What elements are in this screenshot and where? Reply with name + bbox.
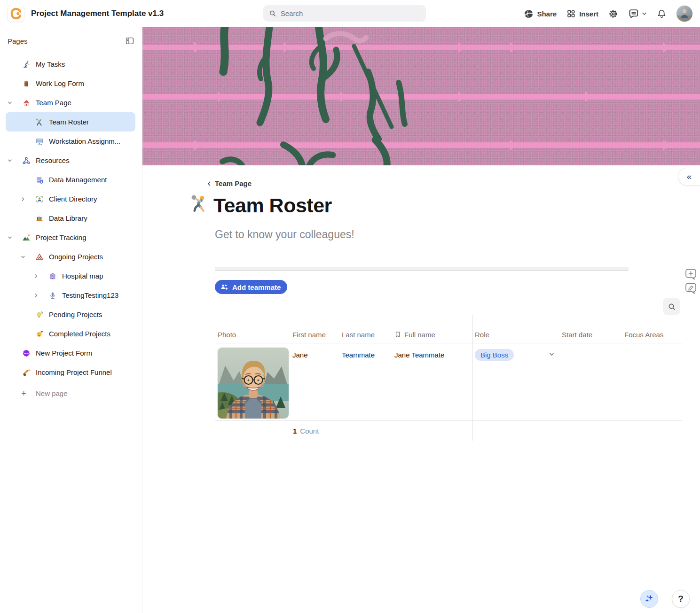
ai-assistant-button[interactable] [640, 590, 658, 608]
lane-arrow [194, 140, 201, 150]
sidebar-item-label: Hospital map [62, 272, 103, 280]
cell-full-name[interactable]: Jane Teammate [394, 343, 470, 420]
sidebar-item-label: Data Library [49, 214, 87, 222]
settings-gear-icon[interactable] [608, 9, 618, 19]
column-header-last-name[interactable]: Last name [342, 326, 394, 343]
sidebar-item-team-roster[interactable]: Team Roster [6, 112, 135, 132]
lane-arrow [510, 42, 517, 53]
new-page-button[interactable]: + New page [0, 384, 142, 403]
cell-role[interactable]: Big Boss [470, 343, 562, 420]
chevron-down-icon[interactable] [20, 254, 26, 260]
share-button[interactable]: Share [524, 9, 557, 19]
svg-text:NEW: NEW [24, 352, 29, 354]
column-header-role[interactable]: Role [470, 326, 562, 343]
sidebar-item-incoming-project-funnel[interactable]: Incoming Project Funnel [6, 363, 135, 382]
sidebar-item-label: Project Tracking [36, 233, 87, 241]
search-icon [668, 303, 676, 311]
edit-comment-button[interactable] [684, 282, 698, 295]
cell-first-name[interactable]: Jane [292, 343, 342, 420]
chevron-down-icon [642, 11, 647, 16]
sidebar-item-label: New Project Form [36, 349, 92, 357]
lane-arrow [585, 92, 592, 102]
sidebar-item-client-directory[interactable]: Client Directory [6, 189, 135, 209]
help-question-label: ? [678, 594, 684, 604]
sidebar-item-data-management[interactable]: Data Management [6, 170, 135, 189]
sidebar-item-team-page[interactable]: Team Page [6, 93, 135, 112]
column-header-focus-areas[interactable]: Focus Areas [624, 326, 679, 343]
column-header-start-date[interactable]: Start date [562, 326, 624, 343]
teammate-photo-image [218, 348, 289, 419]
share-globe-icon [524, 9, 534, 19]
add-teammate-button[interactable]: Add teammate [215, 280, 287, 294]
cell-last-name[interactable]: Teammate [342, 343, 394, 420]
chevron-right-icon[interactable] [33, 292, 39, 299]
chevron-down-icon[interactable] [7, 234, 13, 241]
sidebar-item-completed-projects[interactable]: Completed Projects [6, 324, 135, 343]
sidebar-item-label: Work Log Form [36, 79, 84, 87]
sidebar-item-label: Team Page [36, 99, 71, 107]
new-badge-icon: NEW [22, 349, 31, 357]
cannon-icon [22, 368, 31, 377]
sidebar-item-ongoing-projects[interactable]: Ongoing Projects [6, 247, 135, 266]
mountain-sun-icon [22, 233, 31, 242]
sidebar-item-hospital-map[interactable]: Hospital map [6, 266, 135, 286]
add-comment-button[interactable] [684, 268, 698, 281]
breadcrumb[interactable]: Team Page [206, 179, 252, 187]
lane-arrow [458, 42, 465, 53]
sidebar-item-data-library[interactable]: Data Library [6, 209, 135, 228]
main-content: Team Page Team Roster Get to know your c… [142, 27, 700, 613]
sidebar-item-new-project-form[interactable]: NEW New Project Form [6, 343, 135, 363]
chevron-down-icon[interactable] [549, 352, 554, 357]
notifications-bell-icon[interactable] [657, 9, 667, 19]
insert-button[interactable]: Insert [566, 9, 598, 18]
user-avatar-photo [676, 6, 692, 22]
chevron-down-icon[interactable] [7, 100, 13, 106]
frozen-column-divider[interactable] [472, 315, 473, 441]
insert-label: Insert [579, 10, 598, 18]
chevron-down-icon[interactable] [7, 157, 13, 164]
sidebar-item-testingtesting123[interactable]: TestingTesting123 [6, 286, 135, 305]
table-header-row: Photo First name Last name Full name Rol… [215, 315, 682, 343]
column-header-photo[interactable]: Photo [215, 326, 292, 343]
search-bar[interactable] [263, 5, 426, 22]
lane-arrow [458, 92, 465, 102]
handball-player-icon [189, 194, 209, 214]
section-divider[interactable] [215, 267, 629, 271]
teammate-photo[interactable] [218, 348, 289, 419]
role-pill[interactable]: Big Boss [475, 349, 514, 361]
comments-button[interactable] [628, 8, 647, 19]
doc-title: Project Management Template v1.3 [31, 9, 164, 18]
column-header-full-name[interactable]: Full name [394, 326, 470, 343]
table-top-border [215, 315, 472, 315]
sidebar-item-pending-projects[interactable]: Pending Projects [6, 305, 135, 324]
photo-cell[interactable] [215, 343, 292, 420]
collapse-panel-button[interactable]: « [678, 168, 700, 186]
chevron-right-icon[interactable] [20, 196, 26, 202]
smiley-heart-icon [35, 330, 44, 338]
table-search-button[interactable] [663, 298, 680, 315]
cell-start-date[interactable] [562, 343, 624, 420]
sidebar-item-project-tracking[interactable]: Project Tracking [6, 228, 135, 247]
sidebar-item-label: Pending Projects [49, 310, 102, 318]
sidebar-item-label: My Tasks [36, 60, 65, 68]
sidebar-item-my-tasks[interactable]: My Tasks [6, 54, 135, 74]
sidebar-item-work-log-form[interactable]: Work Log Form [6, 74, 135, 93]
coda-logo[interactable] [7, 5, 24, 22]
user-avatar[interactable] [676, 6, 692, 22]
column-header-first-name[interactable]: First name [292, 326, 342, 343]
sidebar-toggle-icon[interactable] [125, 36, 134, 46]
help-button[interactable]: ? [672, 590, 690, 608]
app-window: Project Management Template v1.3 Share [0, 0, 700, 613]
pages-list: My Tasks Work Log Form Team Page Team Ro… [0, 48, 142, 382]
sidebar: Pages My Tasks Work Log Form [0, 27, 142, 613]
sidebar-item-workstation-assignments[interactable]: Workstation Assignm... [6, 132, 135, 151]
search-input[interactable] [281, 9, 420, 17]
add-comment-bubble-icon [684, 268, 698, 281]
edit-comment-bubble-icon [684, 282, 698, 295]
topbar-actions: Share Insert [524, 0, 692, 27]
sidebar-item-resources[interactable]: Resources [6, 151, 135, 170]
row-count[interactable]: 1Count [292, 427, 679, 435]
cell-focus-areas[interactable] [624, 343, 679, 420]
new-page-label: New page [36, 389, 68, 397]
chevron-right-icon[interactable] [33, 273, 39, 279]
